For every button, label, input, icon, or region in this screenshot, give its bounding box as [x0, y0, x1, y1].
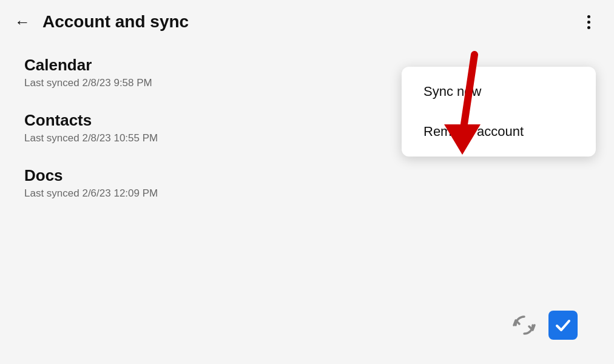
- sync-item-docs[interactable]: Docs Last synced 2/6/23 12:09 PM: [24, 166, 590, 200]
- more-options-button[interactable]: [578, 11, 599, 33]
- header-left: ← Account and sync: [15, 12, 189, 32]
- dot3: [587, 26, 590, 29]
- sync-item-status: Last synced 2/6/23 12:09 PM: [24, 187, 590, 200]
- checkbox-checked-icon[interactable]: [548, 311, 578, 340]
- dot2: [587, 21, 590, 24]
- sync-item-name: Docs: [24, 166, 590, 185]
- header: ← Account and sync: [0, 0, 614, 44]
- sync-icon[interactable]: [510, 311, 539, 340]
- back-button[interactable]: ←: [15, 14, 30, 30]
- page-title: Account and sync: [42, 12, 189, 32]
- popup-menu: Sync now Remove account: [402, 67, 596, 157]
- dot1: [587, 15, 590, 18]
- bottom-action-icons: [510, 311, 578, 340]
- sync-now-button[interactable]: Sync now: [402, 72, 596, 112]
- remove-account-button[interactable]: Remove account: [402, 112, 596, 152]
